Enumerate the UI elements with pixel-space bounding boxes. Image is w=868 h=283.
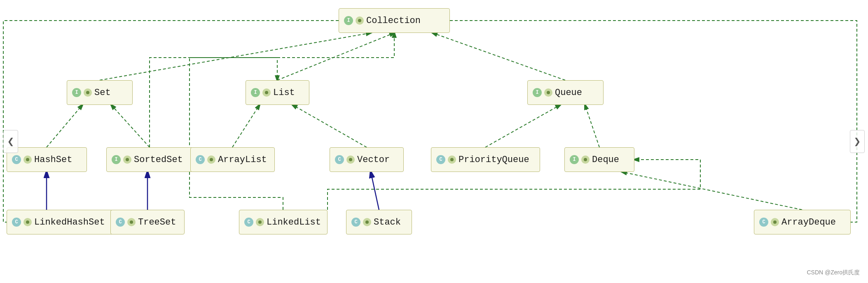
icon-vector: C [335,155,344,164]
nav-right-button[interactable]: ❯ [850,130,865,153]
access-linkedhashset [23,218,32,226]
label-priorityqueue: PriorityQueue [459,155,529,165]
icon-priorityqueue: C [436,155,445,164]
node-sortedset: I SortedSet [106,147,193,172]
node-priorityqueue: C PriorityQueue [431,147,540,172]
icon-collection: I [344,16,353,25]
diagram-container: I Collection I Set I List I Queue [0,0,868,283]
svg-line-4 [111,105,150,147]
label-list: List [273,88,295,98]
label-vector: Vector [357,155,390,165]
label-sortedset: SortedSet [134,155,183,165]
icon-stack: C [351,218,360,227]
node-linkedlist: C LinkedList [239,210,328,234]
label-collection: Collection [366,16,421,26]
access-stack [363,218,371,226]
access-list [262,88,271,97]
access-set [84,88,92,97]
icon-arraylist: C [196,155,205,164]
svg-line-6 [292,105,367,147]
icon-list: I [251,88,260,97]
access-arraylist [207,155,215,164]
access-treeset [127,218,136,226]
node-queue: I Queue [527,80,604,105]
label-linkedlist: LinkedList [267,217,321,227]
node-list: I List [246,80,309,105]
label-arraydeque: ArrayDeque [781,217,836,227]
node-vector: C Vector [330,147,404,172]
svg-line-12 [371,172,379,210]
svg-line-0 [100,33,371,80]
access-priorityqueue [448,155,456,164]
icon-queue: I [533,88,542,97]
label-queue: Queue [555,88,582,98]
svg-line-3 [47,105,82,147]
label-hashset: HashSet [34,155,72,165]
node-stack: C Stack [346,210,412,234]
icon-hashset: C [12,155,21,164]
node-linkedhashset: C LinkedHashSet [7,210,118,234]
node-arraydeque: C ArrayDeque [754,210,851,234]
icon-linkedhashset: C [12,218,21,227]
icon-arraydeque: C [759,218,768,227]
svg-line-1 [277,33,394,80]
nav-left-button[interactable]: ❮ [3,130,18,153]
watermark: CSDN @Zero拱氏度 [807,269,860,276]
icon-linkedlist: C [244,218,253,227]
svg-line-2 [433,33,565,80]
svg-line-7 [485,105,560,147]
node-hashset: C HashSet [7,147,87,172]
svg-line-8 [585,105,599,147]
access-deque [581,155,590,164]
access-linkedlist [256,218,264,226]
access-arraydeque [771,218,779,226]
access-queue [544,88,552,97]
svg-line-9 [622,172,802,210]
access-sortedset [123,155,131,164]
node-arraylist: C ArrayList [190,147,275,172]
label-linkedhashset: LinkedHashSet [34,217,105,227]
svg-line-5 [232,105,260,147]
node-collection: I Collection [339,8,450,33]
node-deque: I Deque [564,147,634,172]
access-vector [346,155,355,164]
label-stack: Stack [374,217,401,227]
label-deque: Deque [592,155,619,165]
node-set: I Set [67,80,133,105]
connections-svg [0,0,868,283]
access-collection [356,16,364,25]
icon-treeset: C [116,218,125,227]
label-set: Set [94,88,111,98]
icon-set: I [72,88,81,97]
label-treeset: TreeSet [138,217,176,227]
access-hashset [23,155,32,164]
node-treeset: C TreeSet [110,210,185,234]
icon-deque: I [570,155,579,164]
label-arraylist: ArrayList [218,155,267,165]
icon-sortedset: I [112,155,121,164]
